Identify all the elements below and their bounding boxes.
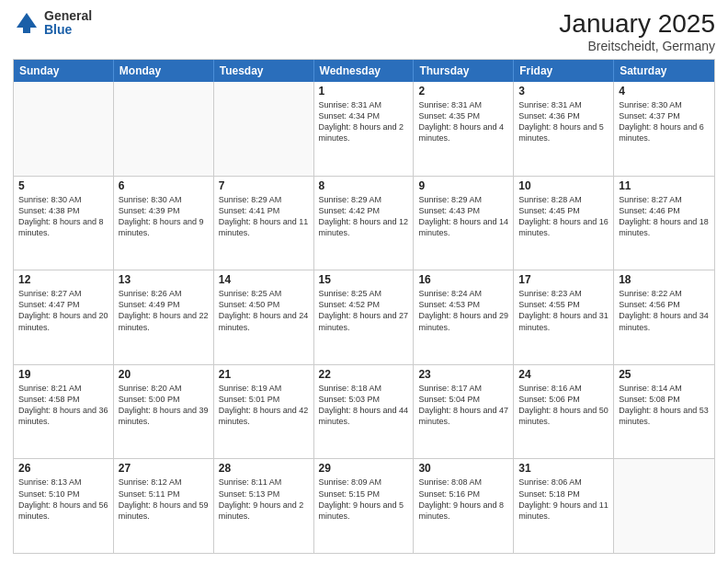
day-number: 23 — [418, 368, 508, 381]
day-info: Sunrise: 8:22 AMSunset: 4:56 PMDaylight:… — [619, 288, 710, 333]
header: General Blue January 2025 Breitscheidt, … — [13, 9, 715, 53]
calendar-header-row: SundayMondayTuesdayWednesdayThursdayFrid… — [14, 60, 714, 82]
day-info: Sunrise: 8:30 AMSunset: 4:37 PMDaylight:… — [619, 99, 710, 144]
day-info: Sunrise: 8:31 AMSunset: 4:34 PMDaylight:… — [319, 99, 409, 144]
day-cell-empty-0-2 — [214, 82, 314, 176]
day-cell-25: 25Sunrise: 8:14 AMSunset: 5:08 PMDayligh… — [614, 365, 714, 459]
day-cell-4: 4Sunrise: 8:30 AMSunset: 4:37 PMDaylight… — [614, 82, 714, 176]
day-number: 15 — [319, 273, 409, 286]
logo-text: General Blue — [44, 9, 92, 38]
day-info: Sunrise: 8:14 AMSunset: 5:08 PMDaylight:… — [619, 383, 710, 428]
day-cell-empty-0-0 — [14, 82, 114, 176]
day-cell-27: 27Sunrise: 8:12 AMSunset: 5:11 PMDayligh… — [114, 459, 214, 553]
day-info: Sunrise: 8:28 AMSunset: 4:45 PMDaylight:… — [518, 194, 609, 239]
header-day-monday: Monday — [114, 60, 214, 82]
day-info: Sunrise: 8:29 AMSunset: 4:42 PMDaylight:… — [319, 194, 409, 239]
calendar: SundayMondayTuesdayWednesdayThursdayFrid… — [13, 59, 715, 554]
day-number: 29 — [319, 462, 409, 475]
svg-marker-0 — [17, 13, 37, 28]
day-info: Sunrise: 8:26 AMSunset: 4:49 PMDaylight:… — [119, 288, 209, 333]
day-info: Sunrise: 8:30 AMSunset: 4:39 PMDaylight:… — [119, 194, 209, 239]
day-cell-16: 16Sunrise: 8:24 AMSunset: 4:53 PMDayligh… — [414, 270, 514, 364]
day-cell-10: 10Sunrise: 8:28 AMSunset: 4:45 PMDayligh… — [514, 177, 614, 270]
day-number: 19 — [18, 368, 108, 381]
day-info: Sunrise: 8:29 AMSunset: 4:41 PMDaylight:… — [219, 194, 309, 239]
day-number: 4 — [619, 85, 710, 98]
day-number: 6 — [119, 179, 209, 192]
location: Breitscheidt, Germany — [559, 39, 715, 53]
day-info: Sunrise: 8:29 AMSunset: 4:43 PMDaylight:… — [418, 194, 508, 239]
day-info: Sunrise: 8:19 AMSunset: 5:01 PMDaylight:… — [219, 383, 309, 428]
day-info: Sunrise: 8:25 AMSunset: 4:52 PMDaylight:… — [319, 288, 409, 333]
day-number: 1 — [319, 85, 409, 98]
day-number: 11 — [619, 179, 710, 192]
day-info: Sunrise: 8:12 AMSunset: 5:11 PMDaylight:… — [119, 477, 209, 522]
day-cell-28: 28Sunrise: 8:11 AMSunset: 5:13 PMDayligh… — [214, 459, 314, 553]
day-info: Sunrise: 8:18 AMSunset: 5:03 PMDaylight:… — [319, 383, 409, 428]
header-day-thursday: Thursday — [414, 60, 514, 82]
day-number: 24 — [518, 368, 609, 381]
day-number: 12 — [18, 273, 108, 286]
day-cell-22: 22Sunrise: 8:18 AMSunset: 5:03 PMDayligh… — [314, 365, 415, 459]
day-cell-1: 1Sunrise: 8:31 AMSunset: 4:34 PMDaylight… — [314, 82, 415, 176]
day-number: 14 — [219, 273, 309, 286]
day-cell-12: 12Sunrise: 8:27 AMSunset: 4:47 PMDayligh… — [14, 270, 114, 364]
day-number: 9 — [418, 179, 508, 192]
day-cell-empty-0-1 — [114, 82, 214, 176]
day-cell-empty-4-6 — [614, 459, 714, 553]
day-cell-30: 30Sunrise: 8:08 AMSunset: 5:16 PMDayligh… — [414, 459, 514, 553]
day-number: 31 — [518, 462, 609, 475]
logo-blue: Blue — [44, 23, 92, 37]
day-number: 17 — [518, 273, 609, 286]
day-cell-19: 19Sunrise: 8:21 AMSunset: 4:58 PMDayligh… — [14, 365, 114, 459]
day-cell-13: 13Sunrise: 8:26 AMSunset: 4:49 PMDayligh… — [114, 270, 214, 364]
day-number: 16 — [418, 273, 508, 286]
day-number: 8 — [319, 179, 409, 192]
day-number: 25 — [619, 368, 710, 381]
day-info: Sunrise: 8:27 AMSunset: 4:47 PMDaylight:… — [18, 288, 108, 333]
day-info: Sunrise: 8:21 AMSunset: 4:58 PMDaylight:… — [18, 383, 108, 428]
day-number: 7 — [219, 179, 309, 192]
day-info: Sunrise: 8:25 AMSunset: 4:50 PMDaylight:… — [219, 288, 309, 333]
header-day-sunday: Sunday — [14, 60, 114, 82]
day-cell-23: 23Sunrise: 8:17 AMSunset: 5:04 PMDayligh… — [414, 365, 514, 459]
week-row-0: 1Sunrise: 8:31 AMSunset: 4:34 PMDaylight… — [14, 82, 714, 177]
header-day-tuesday: Tuesday — [214, 60, 314, 82]
day-info: Sunrise: 8:16 AMSunset: 5:06 PMDaylight:… — [518, 383, 609, 428]
logo-icon — [13, 9, 40, 37]
day-cell-8: 8Sunrise: 8:29 AMSunset: 4:42 PMDaylight… — [314, 177, 415, 270]
logo-general: General — [44, 9, 92, 23]
svg-rect-1 — [23, 26, 30, 33]
day-number: 3 — [518, 85, 609, 98]
day-cell-9: 9Sunrise: 8:29 AMSunset: 4:43 PMDaylight… — [414, 177, 514, 270]
day-number: 10 — [518, 179, 609, 192]
day-cell-3: 3Sunrise: 8:31 AMSunset: 4:36 PMDaylight… — [514, 82, 614, 176]
day-cell-20: 20Sunrise: 8:20 AMSunset: 5:00 PMDayligh… — [114, 365, 214, 459]
day-cell-26: 26Sunrise: 8:13 AMSunset: 5:10 PMDayligh… — [14, 459, 114, 553]
day-info: Sunrise: 8:31 AMSunset: 4:36 PMDaylight:… — [518, 99, 609, 144]
day-number: 28 — [219, 462, 309, 475]
day-cell-7: 7Sunrise: 8:29 AMSunset: 4:41 PMDaylight… — [214, 177, 314, 270]
calendar-body: 1Sunrise: 8:31 AMSunset: 4:34 PMDaylight… — [14, 82, 714, 553]
day-cell-14: 14Sunrise: 8:25 AMSunset: 4:50 PMDayligh… — [214, 270, 314, 364]
day-number: 30 — [418, 462, 508, 475]
day-cell-15: 15Sunrise: 8:25 AMSunset: 4:52 PMDayligh… — [314, 270, 415, 364]
day-number: 18 — [619, 273, 710, 286]
day-info: Sunrise: 8:09 AMSunset: 5:15 PMDaylight:… — [319, 477, 409, 522]
title-block: January 2025 Breitscheidt, Germany — [559, 9, 715, 53]
day-info: Sunrise: 8:30 AMSunset: 4:38 PMDaylight:… — [18, 194, 108, 239]
day-info: Sunrise: 8:24 AMSunset: 4:53 PMDaylight:… — [418, 288, 508, 333]
week-row-4: 26Sunrise: 8:13 AMSunset: 5:10 PMDayligh… — [14, 459, 714, 553]
week-row-3: 19Sunrise: 8:21 AMSunset: 4:58 PMDayligh… — [14, 365, 714, 460]
day-info: Sunrise: 8:31 AMSunset: 4:35 PMDaylight:… — [418, 99, 508, 144]
day-cell-18: 18Sunrise: 8:22 AMSunset: 4:56 PMDayligh… — [614, 270, 714, 364]
day-cell-31: 31Sunrise: 8:06 AMSunset: 5:18 PMDayligh… — [514, 459, 614, 553]
week-row-2: 12Sunrise: 8:27 AMSunset: 4:47 PMDayligh… — [14, 270, 714, 365]
day-info: Sunrise: 8:20 AMSunset: 5:00 PMDaylight:… — [119, 383, 209, 428]
day-cell-24: 24Sunrise: 8:16 AMSunset: 5:06 PMDayligh… — [514, 365, 614, 459]
day-info: Sunrise: 8:13 AMSunset: 5:10 PMDaylight:… — [18, 477, 108, 522]
day-cell-29: 29Sunrise: 8:09 AMSunset: 5:15 PMDayligh… — [314, 459, 415, 553]
day-cell-2: 2Sunrise: 8:31 AMSunset: 4:35 PMDaylight… — [414, 82, 514, 176]
day-cell-5: 5Sunrise: 8:30 AMSunset: 4:38 PMDaylight… — [14, 177, 114, 270]
day-cell-17: 17Sunrise: 8:23 AMSunset: 4:55 PMDayligh… — [514, 270, 614, 364]
